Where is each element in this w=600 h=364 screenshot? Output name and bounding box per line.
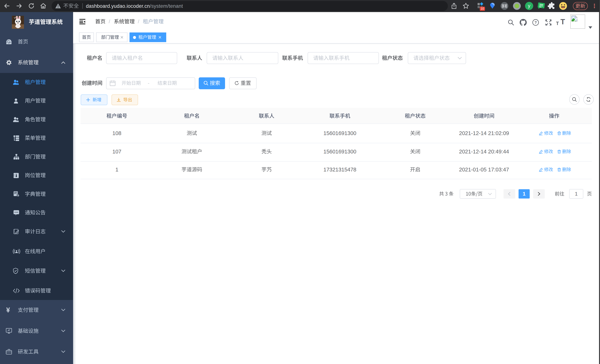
svg-text:?: ? [534,20,537,25]
svg-text:y: y [528,3,530,9]
